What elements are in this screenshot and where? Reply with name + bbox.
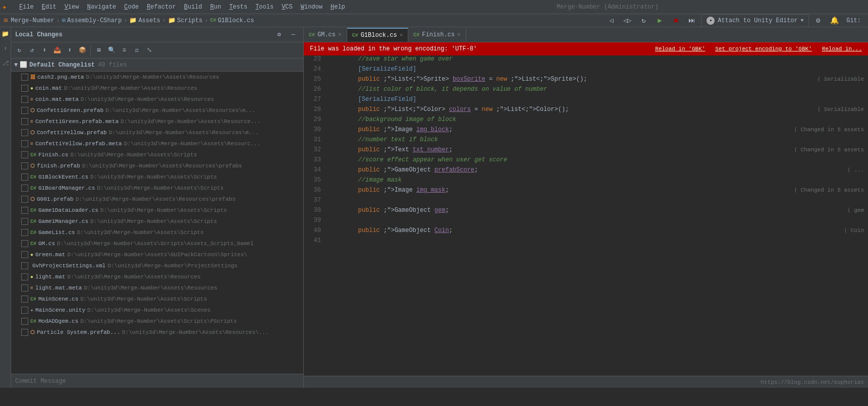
group-btn[interactable]: ⊞ (93, 44, 105, 56)
shelf-btn[interactable]: 📦 (76, 44, 88, 56)
menu-window[interactable]: Window (297, 3, 327, 12)
menu-edit[interactable]: Edit (38, 3, 61, 12)
list-item[interactable]: 🖼 cash2.png.meta D:\unity3d\Merge-Number… (11, 72, 303, 83)
commit-message-area[interactable]: Commit Message (11, 374, 303, 388)
breadcrumb-project[interactable]: Merge-Number (11, 17, 54, 24)
list-item[interactable]: ⬡ finish.prefab D:\unity3d\Merge-Number\… (11, 160, 303, 171)
list-item[interactable]: ⬡ Particle System.prefab... D:\unity3d\M… (11, 327, 303, 338)
filter-btn[interactable]: ⚖ (131, 44, 143, 56)
git-label[interactable]: Git: (843, 14, 864, 27)
reload-other-btn[interactable]: Reload in... (822, 46, 862, 52)
menu-tools[interactable]: Tools (251, 3, 278, 12)
breadcrumb-scripts[interactable]: 📁 Scripts (168, 17, 202, 24)
file-checkbox[interactable] (21, 273, 28, 280)
expand-btn[interactable]: ⤡ (143, 44, 155, 56)
file-checkbox[interactable] (21, 229, 28, 236)
file-checkbox[interactable] (21, 240, 28, 247)
list-item[interactable]: ⬡ G001.prefab D:\unity3d\Merge-Number\As… (11, 194, 303, 205)
list-item[interactable]: ≡ ConfettiGreen.prefab.meta D:\unity3d\M… (11, 116, 303, 127)
list-item[interactable]: C# ModADDgem.cs D:\unity3d\Merge-Number\… (11, 316, 303, 327)
reload-gbk-btn[interactable]: Reload in 'GBK' (655, 46, 705, 52)
file-checkbox[interactable] (21, 151, 28, 158)
list-item[interactable]: ● coin.mat D:\unity3d\Merge-Number\Asset… (11, 83, 303, 94)
attach-dropdown-icon[interactable]: ▼ (801, 18, 803, 23)
menu-help[interactable]: Help (327, 3, 349, 12)
file-checkbox[interactable] (21, 129, 28, 136)
file-checkbox[interactable] (21, 262, 28, 269)
menu-vcs[interactable]: VCS (278, 3, 297, 12)
step-btn[interactable]: ⏭ (685, 14, 699, 27)
list-item[interactable]: C# Game1DataLoader.cs D:\unity3d\Merge-N… (11, 205, 303, 216)
tab-g1block-close[interactable]: × (400, 32, 403, 38)
stop-btn[interactable]: ■ (669, 14, 683, 27)
changelist-header[interactable]: ▼ ⬜ Default Changelist 40 files (11, 59, 303, 72)
nav-back-btn[interactable]: ◁ (604, 14, 618, 27)
tab-finish[interactable]: C# Finish.cs × (408, 28, 466, 42)
list-item[interactable]: ≡ light.mat.meta D:\unity3d\Merge-Number… (11, 282, 303, 294)
file-checkbox[interactable] (21, 118, 28, 125)
menu-file[interactable]: File (15, 3, 38, 12)
menu-navigate[interactable]: Navigate (83, 3, 120, 12)
list-item[interactable]: ⬡ ConfettiYellow.prefab D:\unity3d\Merge… (11, 127, 303, 138)
file-checkbox[interactable] (21, 173, 28, 181)
menu-run[interactable]: Run (206, 3, 226, 12)
file-checkbox[interactable] (21, 196, 28, 203)
settings-icon[interactable]: ⚙ (811, 14, 825, 27)
list-item[interactable]: C# Game1Manager.cs D:\unity3d\Merge-Numb… (11, 216, 303, 227)
refresh-btn[interactable]: ↻ (636, 14, 650, 27)
list-item[interactable]: C# G1BoardManager.cs D:\unity3d\Merge-Nu… (11, 183, 303, 194)
list-item[interactable]: GvhProjectSettings.xml D:\unity3d\Merge-… (11, 260, 303, 271)
list-item[interactable]: ✦ MainScene.unity D:\unity3d\Merge-Numbe… (11, 305, 303, 316)
set-project-encoding-btn[interactable]: Set project encoding to 'GBK' (715, 46, 811, 52)
file-checkbox[interactable] (21, 162, 28, 169)
push-btn[interactable]: ⬆ (64, 44, 76, 56)
file-checkbox[interactable] (21, 307, 28, 314)
file-checkbox[interactable] (21, 185, 28, 192)
file-checkbox[interactable] (21, 207, 28, 214)
tab-gm-close[interactable]: × (338, 32, 342, 38)
update-btn[interactable]: ⬇ (38, 44, 50, 56)
menu-refactor[interactable]: Refactor (143, 3, 180, 12)
file-checkbox[interactable] (21, 85, 28, 92)
tab-g1block[interactable]: C# G1Block.cs × (347, 28, 409, 42)
list-item[interactable]: C# G1BlockEvent.cs D:\unity3d\Merge-Numb… (11, 171, 303, 183)
code-content[interactable]: 23 //save star when game over24 [Seriali… (304, 55, 868, 376)
breadcrumb-file[interactable]: C# G1Block.cs (210, 17, 254, 24)
file-checkbox[interactable] (21, 251, 28, 258)
list-item[interactable]: ≡ coin.mat.meta D:\unity3d\Merge-Number\… (11, 94, 303, 105)
notifications-icon[interactable]: 🔔 (827, 14, 841, 27)
menu-build[interactable]: Build (180, 3, 206, 12)
panel-settings-icon[interactable]: ⚙ (273, 29, 285, 41)
list-item[interactable]: ⬡ ConfettiGreen.prefab D:\unity3d\Merge-… (11, 105, 303, 116)
nav-fwd-btn[interactable]: ◁◁ (620, 14, 634, 27)
file-checkbox[interactable] (21, 96, 28, 103)
file-checkbox[interactable] (21, 284, 28, 292)
menu-code[interactable]: Code (120, 3, 143, 12)
list-item[interactable]: C# MainScene.cs D:\unity3d\Merge-Number\… (11, 294, 303, 305)
list-item[interactable]: ● light.mat D:\unity3d\Merge-Number\Asse… (11, 271, 303, 282)
file-checkbox[interactable] (21, 107, 28, 114)
file-checkbox[interactable] (21, 218, 28, 225)
breadcrumb-assembly[interactable]: ⊞ Assembly-CSharp (62, 17, 122, 24)
tab-finish-close[interactable]: × (457, 32, 461, 38)
file-checkbox[interactable] (21, 318, 28, 325)
commit-changes-btn[interactable]: 📤 (51, 44, 63, 56)
attach-unity-btn[interactable]: ✦ Attach to Unity Editor ▼ (701, 14, 809, 27)
run-btn[interactable]: ▶ (653, 14, 667, 27)
menu-view[interactable]: View (61, 3, 83, 12)
list-item[interactable]: ≡ ConfettiYellow.prefab.meta D:\unity3d\… (11, 138, 303, 149)
sort-btn[interactable]: ≡ (118, 44, 130, 56)
file-checkbox[interactable] (21, 296, 28, 303)
list-item[interactable]: C# GM.cs D:\unity3d\Merge-Number\Assets\… (11, 238, 303, 249)
file-checkbox[interactable] (21, 329, 28, 336)
file-checkbox[interactable] (21, 140, 28, 147)
revert-btn[interactable]: ↺ (26, 44, 38, 56)
diff-btn[interactable]: 🔍 (105, 44, 118, 56)
menu-tests[interactable]: Tests (225, 3, 251, 12)
list-item[interactable]: C# Finish.cs D:\unity3d\Merge-Number\Ass… (11, 149, 303, 160)
refresh-changes-btn[interactable]: ↻ (13, 44, 25, 56)
branch-icon[interactable]: ⎇ (1, 59, 10, 68)
panel-minimize-icon[interactable]: — (287, 29, 299, 41)
list-item[interactable]: C# GameList.cs D:\unity3d\Merge-Number\A… (11, 227, 303, 238)
commit-icon[interactable]: ⬆ (3, 44, 8, 53)
